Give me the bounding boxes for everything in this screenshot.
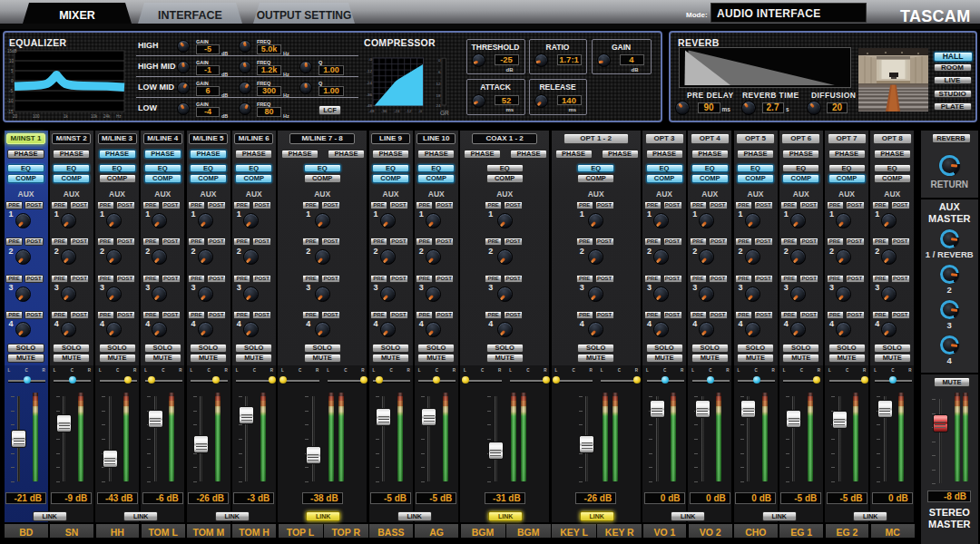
svg-text:-24: -24	[367, 81, 373, 85]
svg-text:24: 24	[436, 103, 441, 108]
svg-text:-36: -36	[381, 109, 387, 113]
svg-text:18: 18	[436, 93, 441, 98]
svg-text:15dB: 15dB	[7, 49, 17, 53]
svg-text:-48: -48	[367, 103, 373, 108]
svg-text:-12: -12	[406, 109, 412, 113]
svg-text:-0: -0	[368, 57, 372, 62]
svg-text:0: 0	[11, 79, 14, 83]
svg-text:-10: -10	[7, 99, 14, 103]
svg-text:0: 0	[438, 58, 441, 63]
svg-text:5: 5	[11, 69, 14, 73]
svg-text:-24: -24	[394, 109, 400, 113]
svg-text:100: 100	[33, 114, 40, 119]
svg-text:Hz: Hz	[116, 114, 122, 119]
svg-text:GR: GR	[440, 110, 449, 116]
svg-text:-12: -12	[367, 69, 373, 73]
svg-text:-5: -5	[9, 89, 13, 93]
svg-text:-0: -0	[418, 109, 422, 113]
svg-text:12: 12	[436, 82, 441, 86]
svg-text:1k: 1k	[64, 114, 69, 119]
svg-text:10k: 10k	[91, 114, 98, 119]
svg-text:20: 20	[13, 114, 18, 119]
svg-text:24k: 24k	[103, 114, 111, 119]
svg-text:10: 10	[9, 59, 15, 63]
svg-text:-48: -48	[368, 109, 375, 113]
svg-text:6: 6	[438, 70, 441, 74]
svg-text:-36: -36	[367, 92, 373, 97]
